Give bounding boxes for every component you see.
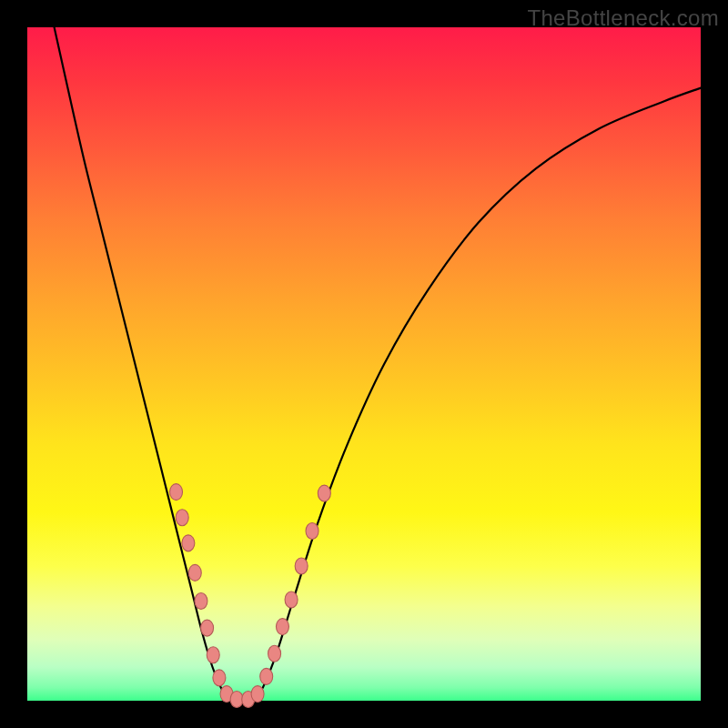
chart-frame: TheBottleneck.com — [0, 0, 728, 728]
data-marker — [295, 558, 308, 574]
data-marker — [188, 564, 201, 581]
data-marker — [213, 670, 226, 686]
data-marker — [260, 668, 273, 684]
data-marker — [207, 647, 219, 663]
data-marker — [170, 484, 183, 500]
data-marker — [182, 535, 195, 551]
data-marker — [176, 510, 188, 526]
watermark-label: TheBottleneck.com — [527, 5, 719, 31]
data-marker — [251, 686, 264, 703]
data-marker — [201, 620, 214, 636]
data-marker — [268, 645, 281, 662]
bottleneck-curve — [55, 27, 701, 701]
data-marker — [276, 619, 288, 635]
curve-overlay — [27, 27, 701, 701]
plot-area — [27, 27, 701, 701]
data-marker — [230, 692, 243, 708]
data-marker — [318, 485, 330, 501]
data-marker — [306, 523, 318, 540]
data-marker — [195, 592, 207, 609]
data-marker — [285, 592, 298, 608]
